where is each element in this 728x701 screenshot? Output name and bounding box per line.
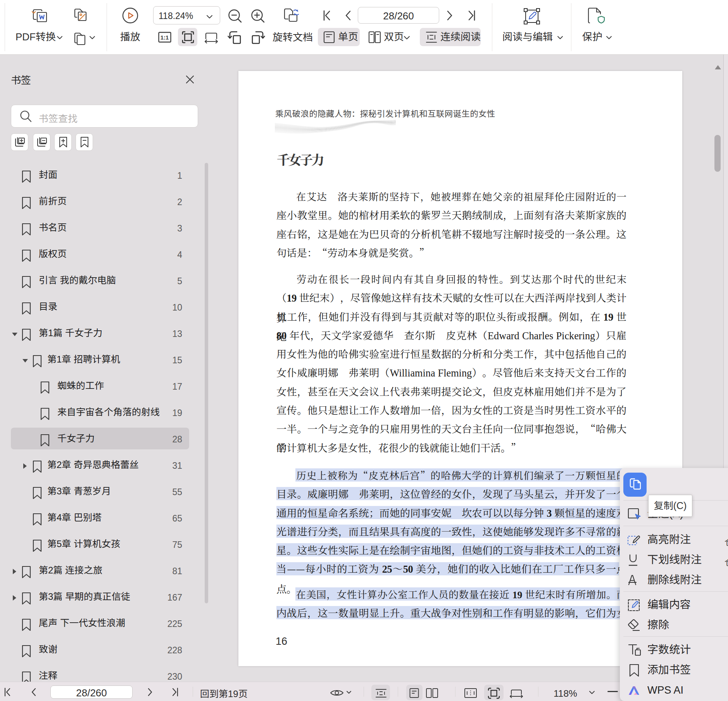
- svg-text:1:1: 1:1: [160, 34, 169, 41]
